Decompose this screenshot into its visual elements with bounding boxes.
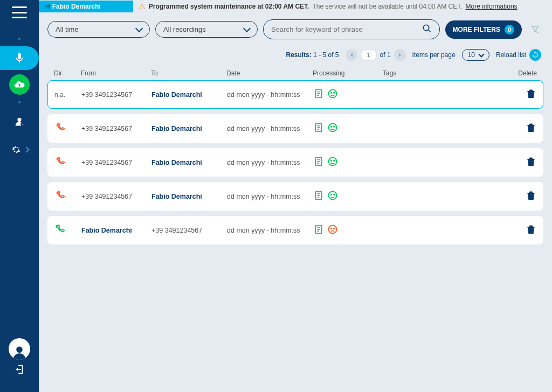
svg-point-7 [334, 93, 335, 94]
logout-icon [13, 363, 25, 375]
results-meta: Results: 1 - 5 of 5 1 of 1 Items per pag… [39, 46, 552, 66]
row-delete-button[interactable] [509, 224, 536, 236]
svg-point-21 [334, 160, 335, 162]
svg-point-12 [329, 124, 337, 132]
notice-rest: The service will not be available until … [312, 3, 462, 10]
nav-logout[interactable] [0, 358, 32, 381]
nav-upload[interactable] [9, 74, 30, 95]
svg-point-13 [331, 127, 332, 128]
sentiment-icon[interactable] [327, 122, 338, 135]
ipp-dropdown[interactable]: 10 [462, 49, 489, 61]
more-filters-label: MORE FILTERS [453, 26, 500, 33]
transcript-icon[interactable] [313, 224, 324, 236]
chevron-down-icon [135, 24, 143, 32]
search-box[interactable] [263, 19, 440, 39]
transcript-icon[interactable] [313, 88, 324, 101]
more-filters-count: 0 [505, 25, 514, 34]
nav-user-settings[interactable] [0, 110, 32, 134]
svg-point-20 [331, 160, 332, 162]
more-filters-button[interactable]: MORE FILTERS 0 [445, 20, 522, 39]
row-to: Fabio Demarchi [151, 159, 227, 166]
pager-of: of 1 [380, 51, 391, 59]
time-filter-label: All time [56, 25, 79, 33]
row-to: Fabio Demarchi [151, 91, 227, 99]
chevron-right-icon [23, 146, 29, 152]
svg-point-33 [329, 226, 337, 234]
svg-point-0 [16, 347, 23, 353]
chevron-down-icon [243, 24, 251, 32]
results-text: Results: 1 - 5 of 5 [286, 51, 339, 59]
search-input[interactable] [271, 25, 422, 33]
header-date: Date [226, 69, 313, 77]
row-date: dd mon yyyy - hh:mm:ss [227, 91, 313, 99]
svg-point-19 [329, 158, 337, 166]
reload-button[interactable]: Reload list [496, 49, 541, 61]
recordings-filter-label: All recordings [163, 25, 206, 33]
notice-link[interactable]: More informations [466, 3, 518, 10]
avatar[interactable] [9, 338, 30, 360]
row-delete-button[interactable] [509, 122, 536, 135]
reload-label: Reload list [496, 51, 526, 59]
row-delete-button[interactable] [509, 88, 536, 101]
row-from: +39 3491234567 [81, 193, 151, 200]
search-icon[interactable] [422, 24, 432, 35]
mic-icon [13, 52, 25, 64]
svg-point-27 [331, 194, 332, 195]
svg-point-26 [329, 192, 337, 200]
gear-icon [10, 144, 22, 156]
header-dir: Dir [54, 69, 81, 77]
row-delete-button[interactable] [509, 190, 536, 202]
row-dir-icon [54, 122, 81, 135]
row-processing [313, 122, 383, 135]
pager-current: 1 [361, 49, 377, 61]
table-row[interactable]: +39 3491234567 Fabio Demarchi dd mon yyy… [47, 148, 543, 177]
results-label: Results: [286, 51, 311, 59]
nav-dot [18, 38, 20, 40]
recordings-table: Dir From To Date Processing Tags Delete … [39, 66, 552, 250]
header-processing: Processing [313, 69, 383, 77]
svg-point-28 [334, 194, 335, 195]
table-row[interactable]: Fabio Demarchi +39 3491234567 dd mon yyy… [47, 216, 543, 244]
transcript-icon[interactable] [313, 156, 324, 169]
row-delete-button[interactable] [509, 156, 536, 169]
sentiment-icon[interactable] [327, 190, 338, 202]
transcript-icon[interactable] [313, 190, 324, 202]
hamburger-icon[interactable] [12, 6, 27, 18]
cloud-upload-icon [13, 79, 25, 90]
recordings-filter-dropdown[interactable]: All recordings [155, 21, 258, 38]
pager-next[interactable] [394, 49, 406, 61]
results-range: 1 - 5 of 5 [313, 51, 339, 59]
table-row[interactable]: +39 3491234567 Fabio Demarchi dd mon yyy… [47, 114, 543, 143]
table-row[interactable]: +39 3491234567 Fabio Demarchi dd mon yyy… [47, 182, 543, 211]
sentiment-icon[interactable] [327, 224, 338, 236]
reload-icon [529, 49, 541, 61]
time-filter-dropdown[interactable]: All time [47, 21, 150, 38]
nav-record[interactable] [0, 46, 39, 70]
row-from: +39 3491234567 [81, 159, 151, 166]
header-to: To [151, 69, 226, 77]
nav-dot [18, 101, 20, 103]
notice-bold: Programmed system mainteinance at 02:00 … [149, 3, 309, 10]
row-date: dd mon yyyy - hh:mm:ss [227, 159, 313, 166]
row-dir-icon [54, 224, 81, 236]
sentiment-icon[interactable] [327, 156, 338, 169]
maintenance-notice: ⚠ Programmed system mainteinance at 02:0… [133, 0, 552, 13]
reset-filters-button[interactable] [527, 22, 543, 38]
user-gear-icon [13, 116, 25, 128]
svg-point-5 [329, 90, 337, 98]
ipp-value: 10 [468, 51, 475, 59]
pager-prev[interactable] [346, 49, 357, 61]
topbar: Hi Fabio Demarchi ⚠ Programmed system ma… [39, 0, 552, 13]
row-from: +39 3491234567 [81, 125, 151, 132]
row-from: Fabio Demarchi [81, 227, 151, 234]
row-to: Fabio Demarchi [151, 125, 227, 132]
nav-settings[interactable] [0, 138, 32, 162]
sentiment-icon[interactable] [327, 88, 338, 101]
row-processing [313, 190, 383, 202]
row-from: +39 3491234567 [81, 91, 151, 99]
greeting-hi: Hi [44, 3, 50, 10]
transcript-icon[interactable] [313, 122, 324, 135]
row-dir-icon [54, 156, 81, 169]
svg-point-6 [331, 93, 332, 94]
table-row[interactable]: n.a. +39 3491234567 Fabio Demarchi dd mo… [47, 80, 543, 109]
